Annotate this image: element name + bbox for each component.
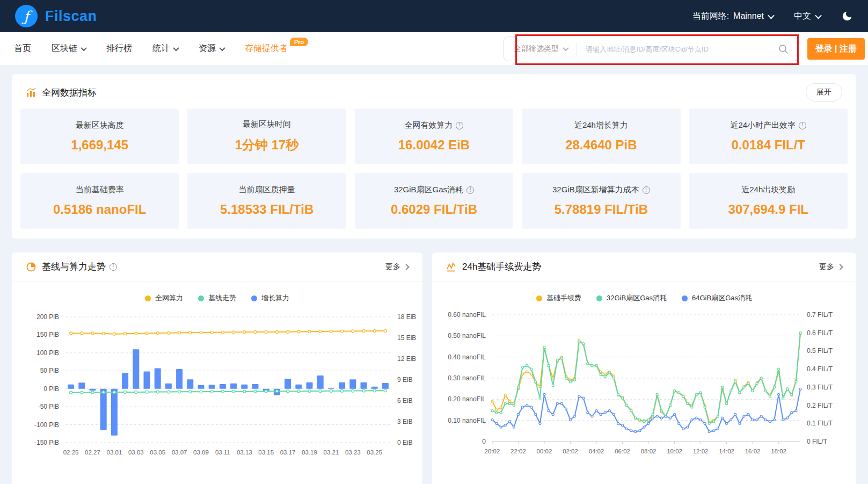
data-point-marker	[145, 391, 148, 393]
nav-item-4[interactable]: 资源	[199, 43, 224, 54]
bar-increase-power	[144, 372, 150, 389]
right-chart-more-link[interactable]: 更多	[819, 262, 842, 272]
right-axis-tick-label: 15 EiB	[397, 334, 416, 342]
language-label: 中文	[794, 11, 811, 22]
line-series	[492, 334, 800, 422]
page-content: 全网数据指标 展开 最新区块高度1,669,145最新区块时间1分钟 17秒全网…	[0, 66, 868, 484]
data-point-marker	[682, 428, 684, 430]
network-selector[interactable]: 当前网络: Mainnet	[692, 11, 774, 22]
nav-item-storage-provider[interactable]: 存储提供者 Pro	[245, 43, 308, 54]
data-point-marker	[167, 331, 170, 334]
legend-dot-icon	[536, 295, 542, 301]
data-point-marker	[647, 422, 650, 424]
x-axis-tick-label: 12:02	[693, 448, 709, 454]
dark-mode-toggle[interactable]	[841, 10, 853, 22]
legend-item-1[interactable]: 32GiB扇区Gas消耗	[596, 293, 667, 303]
data-point-marker	[743, 386, 745, 388]
stat-value: 1,669,145	[71, 138, 128, 153]
data-point-marker	[699, 392, 702, 394]
bar-increase-power	[339, 382, 345, 389]
data-point-marker	[578, 395, 580, 398]
data-point-marker	[608, 410, 610, 412]
data-point-marker	[760, 415, 762, 417]
right-axis-tick-label: 0.5 FIL/T	[807, 347, 833, 355]
stat-card-8: 32GiB扇区新增算力成本!5.78819 FIL/TiB	[522, 173, 680, 229]
nav-item-1[interactable]: 区块链	[52, 43, 86, 54]
legend-item-0[interactable]: 全网算力	[145, 293, 183, 303]
data-point-marker	[539, 397, 541, 399]
stat-value: 307,694.9 FIL	[728, 202, 808, 217]
chevron-down-icon	[563, 45, 568, 51]
info-icon[interactable]: !	[110, 263, 117, 271]
data-point-marker	[734, 381, 736, 383]
search-filter-dropdown[interactable]: 全部筛选类型	[504, 44, 577, 54]
data-point-marker	[782, 397, 784, 399]
nav-item-label: 排行榜	[106, 43, 132, 54]
bar-increase-power	[209, 385, 215, 388]
data-point-marker	[600, 373, 602, 375]
data-point-marker	[513, 404, 515, 407]
legend-item-1[interactable]: 基线走势	[198, 293, 236, 303]
info-icon[interactable]: !	[799, 122, 806, 129]
search-input[interactable]	[577, 45, 778, 53]
network-stats-card: 全网数据指标 展开 最新区块高度1,669,145最新区块时间1分钟 17秒全网…	[12, 74, 856, 239]
language-selector[interactable]: 中文	[794, 11, 821, 22]
data-point-marker	[626, 404, 628, 407]
brand-title[interactable]: Filscan	[45, 8, 97, 25]
right-axis-tick-label: 0.7 FIL/T	[807, 311, 833, 319]
x-axis-tick-label: 08:02	[641, 448, 657, 454]
bar-increase-power	[328, 388, 334, 388]
data-point-marker	[556, 359, 558, 361]
right-axis-tick-label: 0.4 FIL/T	[807, 365, 833, 373]
data-point-marker	[617, 393, 619, 395]
right-axis-tick-label: 3 EiB	[397, 418, 413, 425]
data-point-marker	[634, 430, 637, 432]
nav-item-2[interactable]: 排行榜	[106, 43, 132, 54]
legend-item-0[interactable]: 基础手续费	[536, 293, 581, 303]
info-icon[interactable]: !	[466, 186, 474, 194]
data-point-marker	[200, 331, 202, 334]
data-point-marker	[778, 393, 780, 395]
filscan-logo-icon[interactable]: ƒ	[15, 5, 38, 27]
stat-value: 0.0184 FIL/T	[732, 138, 805, 153]
stat-value: 5.18533 FIL/TiB	[220, 202, 313, 217]
line-series	[71, 331, 385, 334]
data-point-marker	[243, 390, 246, 393]
right-chart-legend: 基础手续费32GiB扇区Gas消耗64GiB扇区Gas消耗	[432, 281, 856, 303]
left-chart-header: 基线与算力走势 ! 更多	[12, 252, 422, 281]
data-point-marker	[674, 413, 676, 415]
data-point-marker	[556, 402, 558, 404]
data-point-marker	[687, 402, 689, 404]
data-point-marker	[726, 402, 728, 404]
data-point-marker	[254, 390, 257, 393]
expand-button[interactable]: 展开	[806, 83, 842, 102]
charts-row: 基线与算力走势 ! 更多 全网算力基线走势增长算力 200 PiB150 PiB…	[12, 252, 856, 484]
stat-card-5: 当前基础费率0.5186 nanoFIL	[20, 173, 179, 229]
legend-dot-icon	[145, 295, 151, 301]
left-axis-tick-label: 0 PiB	[43, 385, 59, 393]
login-register-button[interactable]: 登录 | 注册	[807, 38, 865, 60]
data-point-marker	[747, 382, 749, 385]
legend-item-2[interactable]: 增长算力	[251, 293, 289, 303]
legend-item-2[interactable]: 64GiB扇区Gas消耗	[682, 293, 752, 303]
data-point-marker	[504, 402, 506, 404]
stat-card-3: 近24h增长算力28.4640 PiB	[522, 109, 680, 164]
right-axis-tick-label: 6 EiB	[397, 397, 413, 404]
data-point-marker	[756, 382, 758, 385]
data-point-marker	[113, 391, 115, 394]
search-button[interactable]	[778, 44, 789, 54]
nav-item-0[interactable]: 首页	[14, 43, 31, 54]
data-point-marker	[574, 415, 576, 417]
left-chart-more-link[interactable]: 更多	[385, 262, 409, 272]
stat-card-4: 近24小时产出效率!0.0184 FIL/T	[689, 109, 848, 164]
info-icon[interactable]: !	[456, 122, 463, 129]
x-axis-tick-label: 03.13	[237, 449, 252, 456]
data-point-marker	[660, 417, 662, 419]
nav-item-3[interactable]: 统计	[152, 43, 178, 54]
chevron-right-icon	[403, 264, 409, 270]
data-point-marker	[210, 391, 213, 393]
data-point-marker	[513, 426, 515, 428]
info-icon[interactable]: !	[643, 186, 650, 194]
data-point-marker	[156, 391, 159, 393]
baseline-power-chart-card: 基线与算力走势 ! 更多 全网算力基线走势增长算力 200 PiB150 PiB…	[12, 252, 422, 484]
